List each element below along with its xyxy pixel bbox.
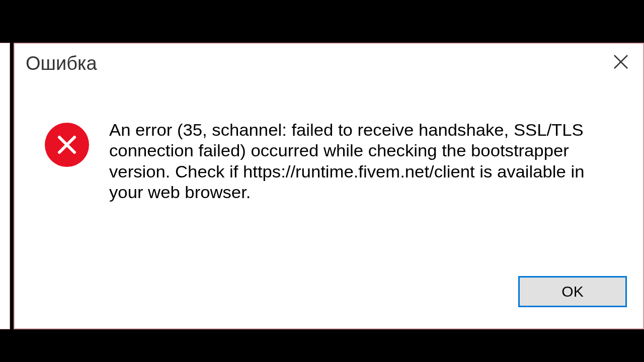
error-icon-container xyxy=(45,120,89,266)
dialog-title: Ошибка xyxy=(26,53,97,74)
content-area: An error (35, schannel: failed to receiv… xyxy=(15,79,643,276)
close-button[interactable] xyxy=(610,53,632,73)
button-row: OK xyxy=(15,276,643,328)
close-icon xyxy=(613,54,629,70)
ok-button[interactable]: OK xyxy=(518,276,627,307)
error-icon xyxy=(45,123,89,167)
background-dialog-edge xyxy=(0,43,10,329)
x-mark-icon xyxy=(55,133,78,156)
error-dialog: Ошибка An error (35, schannel: failed to… xyxy=(14,43,644,329)
titlebar: Ошибка xyxy=(15,44,643,79)
error-message: An error (35, schannel: failed to receiv… xyxy=(109,120,633,266)
